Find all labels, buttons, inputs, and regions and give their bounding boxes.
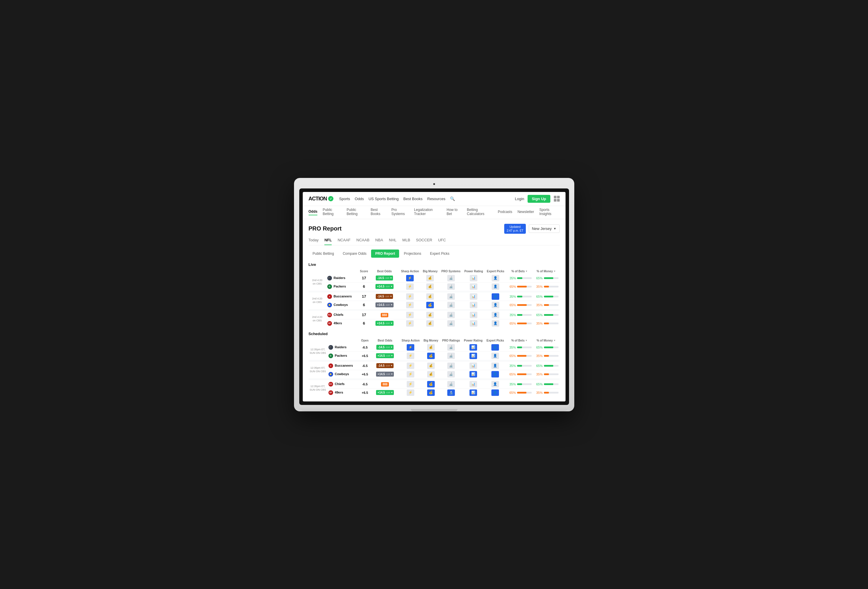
subnav-how-to-bet[interactable]: How to Bet: [447, 208, 462, 217]
tab-today[interactable]: Today: [309, 238, 319, 245]
big-money-cell-s: 💰: [422, 370, 440, 379]
tab-nfl[interactable]: NFL: [324, 238, 332, 245]
expert-icon-btn-inactive: 👤: [492, 302, 499, 308]
signup-button[interactable]: Sign Up: [528, 195, 550, 203]
logo[interactable]: ACTION ✓: [309, 196, 334, 202]
score-cell: 6: [358, 282, 370, 292]
nav-resources[interactable]: Resources: [427, 197, 445, 201]
big-money-cell: 💰: [421, 310, 439, 319]
view-projections[interactable]: Projections: [400, 250, 425, 258]
sub-nav: Odds Public Betting Public Betting Best …: [303, 206, 565, 219]
th-pct-bets[interactable]: % of Bets ▼: [506, 268, 533, 274]
odds-888-btn[interactable]: 888: [381, 313, 388, 317]
tab-mlb[interactable]: MLB: [402, 238, 410, 245]
tab-ufc[interactable]: UFC: [438, 238, 446, 245]
subnav-sports-insights[interactable]: Sports Insights: [539, 208, 559, 217]
power-icon-btn[interactable]: 📊: [469, 353, 477, 359]
sharp-cell: ⚡: [399, 274, 421, 283]
odds-button[interactable]: +14.5-110 ▾: [376, 371, 394, 377]
odds-button[interactable]: +14.5-110 ▾: [375, 302, 393, 307]
big_money-icon-btn[interactable]: 💰: [426, 302, 434, 308]
big_money-icon-btn[interactable]: 💰: [427, 353, 435, 359]
team-name: Raiders: [334, 276, 345, 279]
expert-icon-btn[interactable]: 👤: [492, 344, 499, 351]
sharp-icon-btn[interactable]: ⚡: [406, 275, 414, 281]
pct-bar-container: [517, 296, 531, 297]
sort-bets-s-icon: ▼: [525, 339, 528, 342]
odds-button[interactable]: +14.5-110 ▾: [375, 284, 393, 289]
odds-button[interactable]: -14.5-110 ▾: [376, 345, 394, 350]
odds-button[interactable]: -14.5-110 ▾: [376, 294, 393, 299]
subnav-newsletter[interactable]: Newsletter: [517, 210, 534, 215]
th-pro-ratings: PRO Ratings: [440, 338, 462, 343]
expert-icon-btn[interactable]: 👤: [492, 389, 499, 396]
big_money-icon-btn-inactive: 💰: [426, 283, 434, 290]
view-expert-picks[interactable]: Expert Picks: [426, 250, 454, 258]
score-cell: 17: [358, 292, 370, 301]
expert-icon-btn[interactable]: 👤: [492, 293, 499, 300]
odds-button[interactable]: +14.5-110 ▾: [375, 321, 393, 326]
team-name: Cowboys: [334, 303, 348, 306]
odds-button[interactable]: +14.5-110 ▾: [376, 390, 394, 395]
nav-odds[interactable]: Odds: [355, 197, 364, 201]
sharp-icon-btn[interactable]: ⚡: [407, 344, 414, 351]
pct-bar-container: [544, 383, 558, 385]
power-icon-btn[interactable]: 📊: [469, 344, 477, 351]
tab-ncaab[interactable]: NCAAB: [356, 238, 370, 245]
pro-icon-btn-inactive: 🔬: [447, 371, 455, 377]
login-button[interactable]: Login: [515, 197, 524, 201]
th-pct-bets-s[interactable]: % of Bets ▼: [506, 338, 533, 343]
odds-button[interactable]: -14.5-110 ▾: [376, 275, 393, 280]
pct-money-cell: 35%: [533, 300, 559, 310]
search-icon[interactable]: 🔍: [450, 196, 455, 201]
big_money-icon-btn[interactable]: 💰: [427, 381, 435, 388]
state-selector[interactable]: New Jersey ▼: [529, 224, 560, 233]
chevron-down-icon: ▾: [391, 346, 392, 349]
header-right: Updated2:47 p.m. ET New Jersey ▼: [504, 224, 559, 234]
game-time: 2nd 4:20on CBS: [309, 292, 326, 310]
tab-ncaaf[interactable]: NCAAF: [338, 238, 350, 245]
subnav-podcasts[interactable]: Podcasts: [498, 210, 512, 215]
nav-us-sports[interactable]: US Sports Betting: [369, 197, 399, 201]
nav-best-books[interactable]: Best Books: [403, 197, 422, 201]
subnav-best-books[interactable]: Best Books: [371, 208, 386, 217]
th-pct-money-s[interactable]: % of Money ▼: [533, 338, 560, 343]
power-icon-btn[interactable]: 📊: [469, 371, 477, 377]
odds-button[interactable]: +14.5-110 ▾: [376, 353, 394, 358]
pro-systems-cell: 🔬: [439, 274, 462, 283]
power-icon-btn-inactive: 📊: [469, 363, 477, 369]
subnav-pro-systems[interactable]: Pro Systems: [391, 208, 409, 217]
subnav-legalization[interactable]: Legalization Tracker: [414, 208, 441, 217]
power-icon-btn[interactable]: 📊: [469, 389, 477, 396]
pct-bar-container: [544, 373, 558, 375]
view-compare-odds[interactable]: Compare Odds: [339, 250, 371, 258]
team-name-s: Raiders: [335, 345, 347, 349]
th-big-money-s: Big Money: [422, 338, 440, 343]
odds-888-btn[interactable]: 888: [381, 382, 389, 386]
tab-nba[interactable]: NBA: [375, 238, 383, 245]
odds-button[interactable]: -14.5-110 ▾: [376, 363, 394, 368]
subnav-odds[interactable]: Odds: [309, 210, 317, 215]
power-rating-cell-s: 📊: [462, 370, 484, 379]
expert-icon-btn[interactable]: 👤: [492, 371, 499, 377]
nav-sports[interactable]: Sports: [339, 197, 350, 201]
pro-icon-btn-inactive: 🔬: [447, 302, 455, 308]
subnav-public-betting-1[interactable]: Public Betting: [323, 208, 341, 217]
big_money-icon-btn[interactable]: 💰: [427, 389, 435, 396]
pct-bets-cell: 35%: [506, 310, 533, 319]
tab-nhl[interactable]: NHL: [389, 238, 397, 245]
pct-cell: 35%: [507, 382, 531, 386]
subnav-calculators[interactable]: Betting Calculators: [467, 208, 493, 217]
view-pro-report[interactable]: PRO Report: [371, 250, 399, 258]
odds-cell: +14.5-110 ▾: [370, 300, 399, 310]
pct-bar: [544, 314, 554, 316]
view-public-betting[interactable]: Public Betting: [309, 250, 338, 258]
grid-icon[interactable]: [554, 196, 560, 201]
team-name: Packers: [334, 284, 346, 288]
tab-soccer[interactable]: SOCCER: [416, 238, 433, 245]
pro-icon-btn[interactable]: 🔬: [447, 389, 455, 396]
subnav-public-betting-2[interactable]: Public Betting: [347, 208, 365, 217]
pct-money-cell: 35%: [533, 319, 559, 327]
pro-ratings-cell: 🔬: [440, 370, 462, 379]
th-pct-money[interactable]: % of Money ▼: [533, 268, 559, 274]
